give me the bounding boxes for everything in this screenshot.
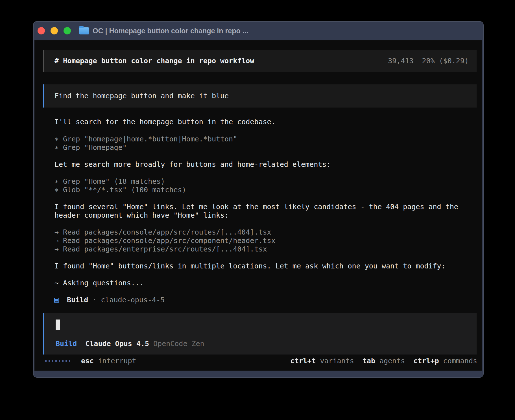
shortcut-commands: ctrl+p commands [413, 357, 477, 365]
tool-call-grep-1: ∗ Grep "homepage|home.*button|Home.*butt… [54, 135, 237, 143]
minimize-button[interactable] [51, 27, 58, 34]
session-title: # Homepage button color change in repo w… [54, 57, 254, 65]
shortcut-variants: ctrl+t variants [290, 357, 354, 365]
prompt-input[interactable]: Build Claude Opus 4.5 OpenCode Zen [43, 313, 477, 355]
task-separator: · [92, 296, 97, 304]
shortcut-agents: tab agents [363, 357, 405, 365]
tool-call-grep-3: ∗ Grep "Home" (18 matches) [54, 177, 186, 186]
tool-call-grep-2: ∗ Grep "Homepage" [54, 143, 237, 152]
token-count: 39,413 [388, 57, 413, 65]
shortcut-label-variants: variants [320, 357, 354, 365]
model-label: Claude Opus 4.5 [85, 340, 149, 348]
status-bar: esc interrupt ctrl+t variants tab agents… [45, 356, 477, 366]
folder-icon [79, 27, 89, 34]
assistant-message-broader: Let me search more broadly for buttons a… [54, 160, 331, 169]
agent-mode-label: Build [56, 340, 77, 348]
shortcut-label-commands: commands [443, 357, 477, 365]
session-cost: ($0.29) [439, 57, 469, 65]
shortcut-key-commands: ctrl+p [413, 357, 439, 365]
titlebar: OC | Homepage button color change in rep… [33, 21, 484, 40]
status-bar-right: ctrl+t variants tab agents ctrl+p comman… [290, 357, 477, 365]
provider-label: OpenCode Zen [153, 340, 204, 348]
tool-call-read-1: → Read packages/console/app/src/routes/[… [54, 228, 276, 237]
esc-action-label: interrupt [98, 357, 136, 365]
task-agent-label: Build [67, 296, 88, 304]
spinner-dots-icon [45, 360, 72, 362]
task-model-label: claude-opus-4-5 [101, 296, 165, 304]
shortcut-key-variants: ctrl+t [290, 357, 316, 365]
tool-call-group-1: ∗ Grep "homepage|home.*button|Home.*butt… [54, 135, 237, 152]
task-status-row: Build · claude-opus-4-5 [54, 296, 165, 304]
zoom-button[interactable] [64, 27, 71, 34]
assistant-message-intro: I'll search for the homepage button in t… [54, 118, 276, 126]
tool-call-read-2: → Read packages/console/app/src/componen… [54, 237, 276, 245]
terminal-content: # Homepage button color change in repo w… [34, 40, 482, 371]
window-title: OC | Homepage button color change in rep… [93, 27, 248, 35]
assistant-status-asking: ~ Asking questions... [54, 279, 144, 287]
session-stats: 39,413 20% ($0.29) [388, 57, 469, 65]
context-percent: 20% [422, 57, 435, 65]
shortcut-label-agents: agents [379, 357, 405, 365]
tool-call-group-3: → Read packages/console/app/src/routes/[… [54, 228, 276, 253]
input-status-row: Build Claude Opus 4.5 OpenCode Zen [56, 340, 204, 348]
user-message-text: Find the homepage button and make it blu… [54, 92, 229, 100]
tool-call-read-3: → Read packages/enterprise/src/routes/[.… [54, 245, 276, 253]
text-cursor [56, 320, 60, 330]
tool-call-glob-1: ∗ Glob "**/*.tsx" (100 matches) [54, 186, 186, 194]
status-bar-left: esc interrupt [45, 357, 136, 365]
tool-call-group-2: ∗ Grep "Home" (18 matches) ∗ Glob "**/*.… [54, 177, 186, 194]
close-button[interactable] [38, 27, 45, 34]
user-message: Find the homepage button and make it blu… [43, 84, 477, 108]
esc-key-hint: esc [81, 357, 94, 365]
shortcut-key-agents: tab [363, 357, 375, 365]
task-status-icon [54, 298, 59, 303]
session-header: # Homepage button color change in repo w… [43, 50, 477, 72]
terminal-window: OC | Homepage button color change in rep… [33, 21, 484, 378]
assistant-message-ask: I found "Home" buttons/links in multiple… [54, 262, 446, 270]
assistant-message-found-links: I found several "Home" links. Let me loo… [54, 203, 458, 220]
